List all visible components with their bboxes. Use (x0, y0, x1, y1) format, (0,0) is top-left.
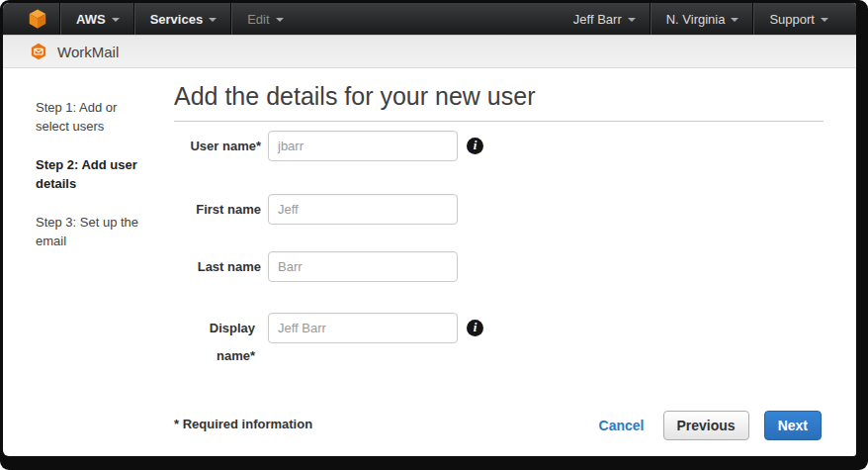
last-name-label: Last name (152, 251, 261, 282)
chevron-down-icon (731, 18, 738, 22)
navbar-right-group: Jeff Barr N. Virginia Support (560, 3, 842, 35)
display-name-input[interactable] (268, 313, 458, 343)
app-bar: WorkMail (3, 35, 856, 68)
nav-menu-edit-label: Edit (247, 12, 269, 27)
required-information-note: * Required information (174, 417, 312, 431)
nav-menu-support[interactable]: Support (755, 3, 842, 35)
screenshot-frame: AWS Services Edit Jeff Barr (0, 0, 868, 470)
aws-cube-logo-icon[interactable] (27, 8, 48, 30)
last-name-input[interactable] (268, 251, 458, 282)
info-icon[interactable]: i (467, 138, 483, 154)
support-label: Support (769, 12, 815, 27)
previous-button[interactable]: Previous (663, 411, 749, 440)
sidebar-step-2-active[interactable]: Step 2: Add user details (36, 155, 146, 193)
first-name-input[interactable] (268, 194, 458, 225)
nav-menu-account[interactable]: Jeff Barr (560, 3, 650, 35)
info-icon[interactable]: i (467, 320, 483, 336)
separator (753, 3, 754, 35)
wizard-steps-sidebar: Step 1: Add or select users Step 2: Add … (36, 98, 146, 270)
sidebar-step-3[interactable]: Step 3: Set up the email (36, 213, 146, 250)
chevron-down-icon (628, 18, 636, 22)
nav-menu-aws-label: AWS (76, 12, 106, 27)
separator (231, 3, 232, 35)
chevron-down-icon (112, 18, 120, 22)
next-button[interactable]: Next (764, 411, 822, 440)
separator (60, 3, 61, 35)
separator (651, 3, 651, 35)
form-row-last-name: Last name (152, 251, 458, 282)
top-navigation-bar: AWS Services Edit Jeff Barr (3, 3, 856, 35)
separator (134, 3, 135, 35)
form-row-first-name: First name (152, 194, 458, 225)
user-name-input[interactable] (268, 131, 458, 161)
nav-menu-region[interactable]: N. Virginia (652, 3, 753, 35)
nav-menu-services-label: Services (150, 12, 204, 27)
console-window: AWS Services Edit Jeff Barr (3, 3, 856, 456)
workmail-icon (30, 43, 47, 60)
app-title: WorkMail (57, 44, 119, 60)
first-name-label: First name (152, 194, 261, 225)
page-title: Add the details for your new user (174, 82, 824, 122)
region-label: N. Virginia (666, 12, 726, 27)
chevron-down-icon (209, 18, 217, 22)
form-row-user-name: User name* i (152, 131, 483, 161)
wizard-actions: Cancel Previous Next (599, 411, 822, 440)
display-name-label-line1: Display (152, 315, 255, 342)
account-name-label: Jeff Barr (573, 12, 622, 27)
nav-menu-aws[interactable]: AWS (62, 3, 133, 35)
cancel-link[interactable]: Cancel (599, 418, 645, 433)
aws-cube-icon (27, 8, 48, 30)
form-row-display-name: Display name* i (152, 313, 483, 370)
sidebar-step-1[interactable]: Step 1: Add or select users (36, 98, 146, 136)
user-name-label: User name* (152, 131, 261, 161)
display-name-label: Display name* (152, 313, 261, 370)
nav-menu-edit[interactable]: Edit (233, 3, 297, 35)
nav-menu-services[interactable]: Services (136, 3, 231, 35)
chevron-down-icon (821, 18, 828, 22)
display-name-label-line2: name* (152, 342, 255, 370)
chevron-down-icon (276, 18, 284, 22)
